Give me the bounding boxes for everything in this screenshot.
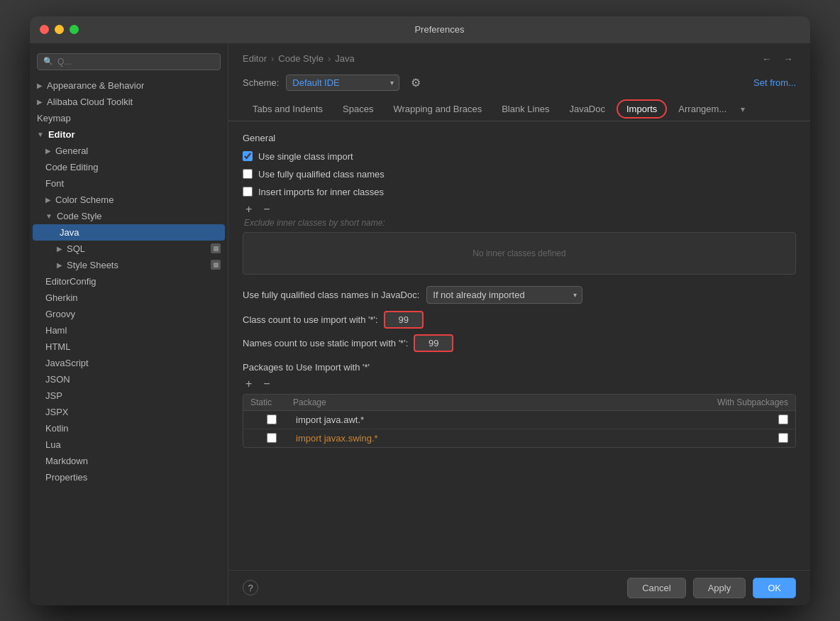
sidebar-item-javascript[interactable]: JavaScript <box>30 355 228 371</box>
inner-classes-box: No inner classes defined <box>243 232 796 275</box>
sidebar-item-label: SQL <box>67 243 85 254</box>
back-arrow[interactable]: ← <box>759 52 775 66</box>
forward-arrow[interactable]: → <box>780 52 796 66</box>
scheme-label: Scheme: <box>243 77 279 88</box>
scheme-select-wrap[interactable]: Default IDE Project ▾ <box>286 75 399 91</box>
class-count-label: Class count to use import with '*': <box>243 314 378 325</box>
names-count-row: Names count to use static import with '*… <box>243 334 796 352</box>
tab-tabs-indents[interactable]: Tabs and Indents <box>243 98 333 121</box>
sidebar-search-container[interactable]: 🔍 <box>37 53 221 70</box>
inner-classes-placeholder: No inner classes defined <box>472 248 565 258</box>
sidebar-item-keymap[interactable]: Keymap <box>30 110 228 126</box>
tab-javadoc[interactable]: JavaDoc <box>559 98 615 121</box>
sidebar-item-general[interactable]: ▶ General <box>30 143 228 159</box>
sidebar-item-style-sheets[interactable]: ▶ Style Sheets <box>30 257 228 273</box>
tab-blank-lines[interactable]: Blank Lines <box>492 98 559 121</box>
sidebar-item-markdown[interactable]: Markdown <box>30 453 228 469</box>
class-count-row: Class count to use import with '*': <box>243 311 796 329</box>
help-button[interactable]: ? <box>243 580 258 595</box>
sidebar-item-label: EditorConfig <box>45 276 96 287</box>
packages-add-button[interactable]: + <box>243 378 255 390</box>
scheme-row: Scheme: Default IDE Project ▾ ⚙ Set from… <box>243 75 796 91</box>
sidebar-item-kotlin[interactable]: Kotlin <box>30 420 228 436</box>
sidebar-item-java[interactable]: Java <box>33 224 225 241</box>
sidebar-item-label: Appearance & Behavior <box>47 80 144 91</box>
sidebar-item-haml[interactable]: Haml <box>30 322 228 339</box>
sidebar-item-label: Code Style <box>57 211 102 221</box>
chevron-icon: ▶ <box>37 82 43 89</box>
packages-remove-button[interactable]: − <box>260 378 272 390</box>
checkbox-label-insert-imports[interactable]: Insert imports for inner classes <box>258 187 384 197</box>
add-button[interactable]: + <box>243 204 255 215</box>
sidebar: 🔍 ▶ Appearance & Behavior ▶ Alibaba Clou… <box>30 43 228 605</box>
sidebar-item-label: Font <box>45 178 64 189</box>
names-count-input[interactable] <box>414 334 453 352</box>
sidebar-item-label: HTML <box>45 341 70 352</box>
tab-wrapping-braces[interactable]: Wrapping and Braces <box>383 98 492 121</box>
sidebar-item-properties[interactable]: Properties <box>30 469 228 485</box>
pkg-static-checkbox-1[interactable] <box>267 433 277 443</box>
scheme-select[interactable]: Default IDE Project <box>286 75 399 91</box>
maximize-button[interactable] <box>70 25 79 34</box>
sidebar-item-appearance[interactable]: ▶ Appearance & Behavior <box>30 77 228 94</box>
content-header: Editor › Code Style › Java ← → Scheme: <box>228 43 810 98</box>
badge-icon <box>211 260 221 270</box>
chevron-icon: ▶ <box>45 147 51 155</box>
tab-arrangement[interactable]: Arrangem... <box>668 98 736 121</box>
table-row[interactable]: import java.awt.* <box>243 411 795 429</box>
sidebar-item-json[interactable]: JSON <box>30 371 228 388</box>
col-header-package: Package <box>293 397 696 407</box>
sidebar-item-label: Editor <box>48 129 75 140</box>
sidebar-item-editor[interactable]: ▼ Editor <box>30 126 228 143</box>
sidebar-item-alibaba[interactable]: ▶ Alibaba Cloud Toolkit <box>30 94 228 110</box>
preferences-window: Preferences 🔍 ▶ Appearance & Behavior ▶ … <box>30 16 810 605</box>
set-from-link[interactable]: Set from... <box>753 77 796 88</box>
sidebar-item-code-style[interactable]: ▼ Code Style <box>30 208 228 224</box>
minimize-button[interactable] <box>55 25 64 34</box>
ok-button[interactable]: OK <box>753 578 796 598</box>
gear-button[interactable]: ⚙ <box>407 75 425 91</box>
cancel-button[interactable]: Cancel <box>627 578 685 598</box>
javadoc-select-wrap[interactable]: If not already imported Always Never ▾ <box>426 286 582 304</box>
sidebar-item-color-scheme[interactable]: ▶ Color Scheme <box>30 192 228 208</box>
table-row[interactable]: import javax.swing.* <box>243 429 795 447</box>
sidebar-item-font[interactable]: Font <box>30 175 228 192</box>
sidebar-item-jspx[interactable]: JSPX <box>30 404 228 420</box>
pkg-subpackages-checkbox-1[interactable] <box>778 433 788 443</box>
sidebar-item-groovy[interactable]: Groovy <box>30 306 228 322</box>
checkbox-insert-imports-inner[interactable] <box>243 187 253 197</box>
sidebar-item-gherkin[interactable]: Gherkin <box>30 290 228 306</box>
pkg-static-cell <box>250 414 293 424</box>
tabs-overflow-chevron[interactable]: ▾ <box>736 99 749 120</box>
pkg-package-cell: import javax.swing.* <box>293 433 696 444</box>
sidebar-item-label: Kotlin <box>45 423 69 434</box>
checkbox-label-fully-qualified[interactable]: Use fully qualified class names <box>258 169 385 180</box>
checkbox-label-single-import[interactable]: Use single class import <box>258 151 353 162</box>
sidebar-item-jsp[interactable]: JSP <box>30 388 228 404</box>
javadoc-label: Use fully qualified class names in JavaD… <box>243 290 419 300</box>
sidebar-item-html[interactable]: HTML <box>30 339 228 355</box>
sidebar-item-label: Style Sheets <box>67 260 118 270</box>
checkbox-single-class-import[interactable] <box>243 151 253 161</box>
checkbox-fully-qualified[interactable] <box>243 169 253 179</box>
class-count-input[interactable] <box>384 311 424 329</box>
remove-button[interactable]: − <box>260 204 272 215</box>
chevron-icon: ▶ <box>37 98 43 106</box>
sidebar-item-code-editing[interactable]: Code Editing <box>30 159 228 175</box>
sidebar-item-sql[interactable]: ▶ SQL <box>30 241 228 257</box>
javadoc-select[interactable]: If not already imported Always Never <box>426 286 582 304</box>
traffic-lights <box>40 25 79 34</box>
apply-button[interactable]: Apply <box>693 578 746 598</box>
pkg-subpackages-checkbox-0[interactable] <box>778 414 788 424</box>
tab-imports[interactable]: Imports <box>617 99 667 119</box>
breadcrumb-sep-2: › <box>328 53 331 64</box>
tab-spaces[interactable]: Spaces <box>333 98 383 121</box>
sidebar-item-label: Color Scheme <box>55 194 114 205</box>
packages-table-header: Static Package With Subpackages <box>243 395 795 411</box>
search-input[interactable] <box>57 57 214 67</box>
pkg-static-checkbox-0[interactable] <box>267 414 277 424</box>
tabs-row: Tabs and Indents Spaces Wrapping and Bra… <box>228 98 810 121</box>
close-button[interactable] <box>40 25 49 34</box>
sidebar-item-editorconfig[interactable]: EditorConfig <box>30 273 228 290</box>
sidebar-item-lua[interactable]: Lua <box>30 436 228 453</box>
